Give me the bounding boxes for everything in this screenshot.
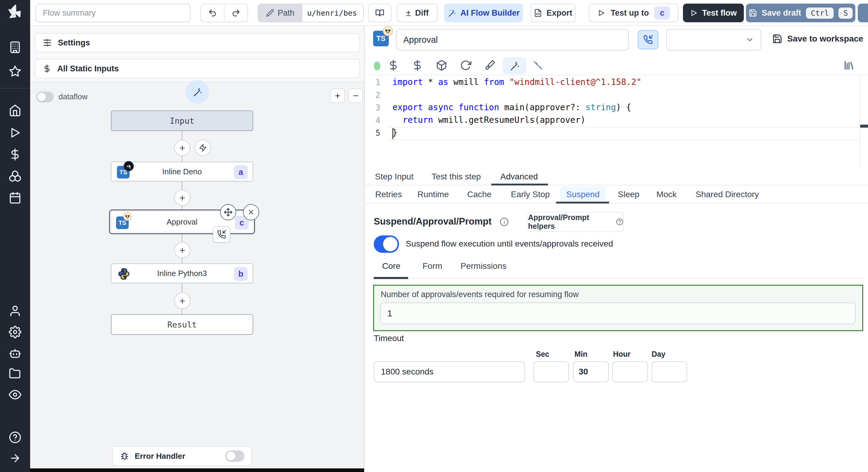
error-handler-row[interactable]: Error Handler [113, 446, 252, 466]
undo-button[interactable] [201, 4, 224, 22]
sidebar-item-workspace[interactable] [0, 41, 30, 54]
path-value[interactable]: u/henri/bes [302, 4, 363, 22]
zap-icon [198, 144, 207, 152]
tab-runtime[interactable]: Runtime [417, 190, 449, 199]
sidebar-item-folders[interactable] [0, 367, 30, 380]
save-to-workspace-button[interactable]: Save to workspace [772, 34, 863, 44]
sidebar-item-resources[interactable] [0, 170, 30, 182]
suspend-step-indicator[interactable] [213, 226, 230, 243]
docs-button[interactable] [368, 4, 392, 22]
export-button[interactable]: Export [530, 4, 576, 22]
flow-settings-button[interactable]: Settings [35, 33, 360, 53]
tab-cache[interactable]: Cache [467, 190, 492, 199]
template-select[interactable] [666, 29, 761, 50]
tab-shared-directory[interactable]: Shared Directory [695, 190, 759, 199]
sidebar-item-home[interactable] [0, 104, 30, 117]
approval-prompt-helpers-button[interactable]: Approval/Prompt helpers [527, 212, 624, 232]
package-button[interactable] [436, 60, 447, 71]
add-resource-button[interactable] [412, 60, 423, 71]
sidebar-item-schedules[interactable] [0, 192, 30, 204]
wand-sparkles-icon [192, 87, 203, 97]
sidebar-expand-icon[interactable] [0, 452, 30, 464]
sidebar-divider [0, 88, 30, 89]
status-dot [374, 61, 380, 70]
test-flow-button[interactable]: Test flow [683, 4, 744, 22]
flow-node-input[interactable]: Input [111, 110, 253, 131]
all-static-inputs-button[interactable]: All Static Inputs [35, 59, 360, 78]
sidebar-item-variables[interactable] [0, 148, 30, 161]
line-number: 5 [365, 128, 380, 138]
tab-retries[interactable]: Retries [375, 190, 402, 199]
test-up-to-button[interactable]: Test up to c [589, 4, 678, 22]
flow-summary-input[interactable] [36, 4, 190, 22]
file-code-icon [534, 9, 542, 17]
ai-assist-button[interactable] [503, 57, 526, 74]
move-step-button[interactable] [220, 204, 236, 221]
redo-button[interactable] [224, 4, 247, 22]
zoom-in-button[interactable]: + [330, 89, 345, 103]
tab-early-stop[interactable]: Early Stop [511, 190, 550, 199]
tab-permissions[interactable]: Permissions [461, 261, 506, 271]
add-step-button[interactable]: + [174, 293, 190, 309]
dollar-icon [43, 64, 51, 73]
sidebar-item-help[interactable] [0, 431, 30, 444]
step-name-input[interactable] [396, 29, 629, 50]
path-group[interactable]: Path u/henri/bes [258, 4, 364, 22]
tab-core[interactable]: Core [382, 261, 401, 271]
format-button[interactable] [484, 60, 495, 71]
tab-step-input[interactable]: Step Input [375, 172, 413, 181]
tab-suspend-active[interactable]: Suspend [560, 187, 606, 202]
dataflow-toggle[interactable] [36, 92, 54, 102]
sidebar-item-audit-logs[interactable] [0, 388, 30, 401]
info-icon[interactable] [500, 217, 509, 226]
tab-advanced[interactable]: Advanced [500, 172, 538, 181]
code-editor[interactable]: 1 2 3 4 5 import * as wmill from "windmi… [365, 75, 868, 168]
deploy-button-partial[interactable] [858, 4, 868, 22]
flow-graph-canvas[interactable]: dataflow + − Input + TS [30, 82, 364, 468]
flow-node-inline-python[interactable]: Inline Python3 b [111, 263, 253, 283]
sidebar-item-runs[interactable] [0, 127, 30, 139]
move-icon [224, 208, 233, 217]
add-trigger-button[interactable] [195, 140, 211, 156]
add-step-button[interactable]: + [174, 242, 190, 258]
flow-node-inline-deno[interactable]: TS Inline Deno a [111, 162, 253, 181]
add-variable-button[interactable] [388, 60, 399, 71]
timeout-label: Timeout [374, 334, 404, 343]
suspend-enabled-toggle[interactable] [374, 235, 399, 253]
ai-flow-builder-button[interactable]: AI Flow Builder [444, 4, 523, 22]
delete-step-button[interactable] [243, 204, 259, 221]
timeout-sec-input[interactable] [533, 361, 569, 382]
tab-mock[interactable]: Mock [656, 190, 677, 199]
timeout-day-input[interactable] [652, 361, 687, 382]
add-step-button[interactable]: + [174, 190, 190, 206]
undo-icon [208, 8, 217, 18]
suspend-toggle-button[interactable] [638, 30, 658, 49]
timeout-hour-input[interactable] [613, 361, 648, 382]
flow-node-result[interactable]: Result [111, 314, 253, 335]
redo-icon [231, 8, 241, 18]
reload-button[interactable] [460, 60, 471, 71]
sidebar-item-settings[interactable] [0, 326, 30, 338]
ai-step-wand-button[interactable] [186, 80, 209, 104]
code-line-3: export async function main(approver?: st… [393, 102, 631, 112]
tab-sleep[interactable]: Sleep [618, 190, 640, 199]
phone-incoming-icon [217, 230, 226, 239]
unit-label-day: Day [652, 350, 665, 359]
sidebar-item-workers[interactable] [0, 347, 30, 360]
tab-test-this-step[interactable]: Test this step [432, 172, 481, 181]
tab-form[interactable]: Form [423, 261, 442, 271]
timeout-min-input[interactable] [573, 361, 609, 382]
library-button[interactable] [843, 60, 855, 71]
error-handler-toggle[interactable] [225, 450, 244, 462]
save-draft-button[interactable]: Save draft Ctrl S [746, 4, 855, 22]
add-step-button[interactable]: + [174, 140, 190, 156]
approvals-required-input[interactable] [380, 303, 856, 324]
zoom-out-button[interactable]: − [348, 89, 363, 103]
paintbrush-icon [484, 60, 495, 71]
diff-button[interactable]: ± Diff [397, 4, 438, 22]
sidebar-item-users[interactable] [0, 305, 30, 317]
windmill-logo-icon[interactable] [0, 4, 30, 21]
ai-off-button[interactable] [532, 60, 544, 71]
sidebar-item-favorites[interactable] [0, 65, 30, 78]
timeout-total-input[interactable] [374, 361, 525, 382]
